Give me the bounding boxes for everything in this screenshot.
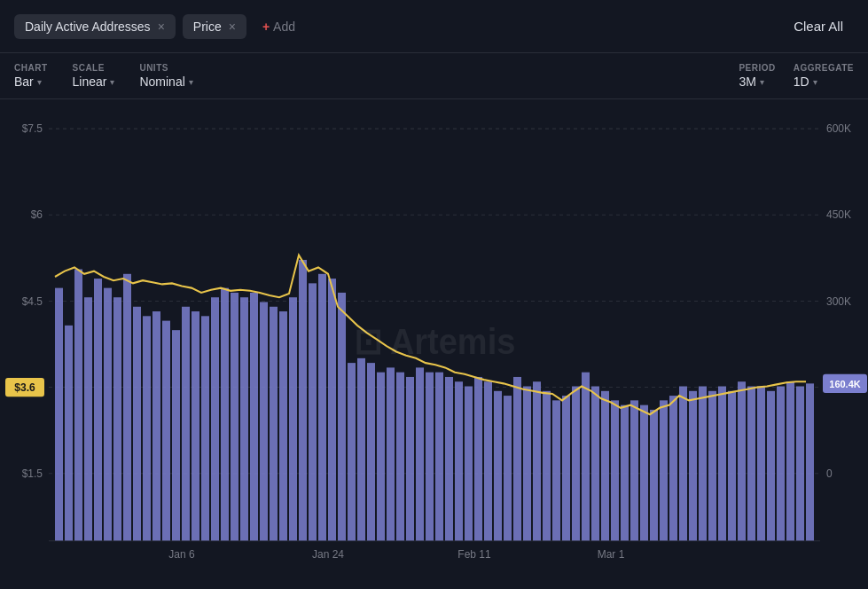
svg-rect-72 [591,387,599,541]
svg-text:⊡ Artemis: ⊡ Artemis [354,322,516,361]
svg-text:$1.5: $1.5 [22,467,43,480]
svg-text:Feb 11: Feb 11 [457,547,490,560]
svg-rect-87 [738,381,746,541]
svg-rect-27 [152,311,160,541]
svg-rect-80 [669,396,677,541]
svg-rect-22 [104,288,112,541]
svg-rect-24 [123,274,131,541]
svg-rect-91 [777,387,785,541]
controls-bar: CHART Bar ▾ SCALE Linear ▾ UNITS Nominal… [0,53,868,99]
units-control: UNITS Nominal ▾ [139,63,192,89]
svg-rect-60 [474,377,482,541]
svg-rect-78 [650,410,658,541]
svg-rect-37 [250,293,258,541]
svg-rect-89 [757,387,765,541]
svg-rect-85 [718,387,726,541]
chart-label: CHART [14,63,48,73]
svg-text:$3.6: $3.6 [14,381,35,394]
clear-all-button[interactable]: Clear All [783,13,854,39]
chart-chevron-icon: ▾ [37,77,42,87]
svg-rect-63 [504,396,512,541]
svg-rect-82 [689,391,697,541]
svg-rect-25 [133,307,141,541]
svg-rect-46 [338,293,346,541]
svg-rect-68 [552,400,560,540]
svg-rect-56 [435,373,443,541]
svg-rect-54 [416,367,424,540]
svg-rect-86 [728,391,736,541]
svg-rect-55 [426,373,434,541]
svg-rect-45 [328,279,336,541]
svg-text:0: 0 [826,467,833,480]
svg-rect-36 [240,297,248,541]
svg-rect-38 [260,302,268,540]
svg-text:Mar 1: Mar 1 [598,547,625,560]
chart-area[interactable]: $7.5 $6 $4.5 $3 $1.5 600K 450K 300K 150K… [0,99,868,589]
tag-daa-label: Daily Active Addresses [25,20,151,34]
svg-rect-70 [572,387,580,541]
svg-text:450K: 450K [826,208,852,221]
svg-rect-81 [679,387,687,541]
units-value: Nominal [139,75,184,89]
svg-text:$4.5: $4.5 [22,294,43,307]
svg-rect-88 [747,387,755,541]
svg-rect-31 [192,311,199,541]
main-chart: $7.5 $6 $4.5 $3 $1.5 600K 450K 300K 150K… [0,110,868,578]
svg-rect-57 [445,377,453,541]
svg-rect-66 [533,381,541,541]
chart-select[interactable]: Bar ▾ [14,75,48,89]
tag-price-close[interactable]: × [229,20,236,33]
aggregate-control: AGGREGATE 1D ▾ [794,63,854,89]
svg-rect-93 [796,387,804,541]
period-select[interactable]: 3M ▾ [739,75,775,89]
svg-rect-44 [318,274,326,541]
aggregate-label: AGGREGATE [794,63,854,73]
svg-rect-19 [74,270,82,541]
aggregate-select[interactable]: 1D ▾ [794,75,854,89]
svg-rect-41 [289,297,297,541]
svg-rect-73 [601,391,609,541]
svg-rect-43 [309,283,317,540]
period-chevron-icon: ▾ [760,77,764,87]
svg-text:600K: 600K [826,122,852,135]
svg-rect-21 [94,279,102,541]
svg-rect-79 [660,400,668,540]
svg-rect-51 [387,367,395,540]
svg-rect-76 [630,400,638,540]
aggregate-chevron-icon: ▾ [813,77,817,87]
svg-rect-29 [172,330,180,541]
svg-rect-62 [494,391,502,541]
scale-value: Linear [73,75,107,89]
units-select[interactable]: Nominal ▾ [139,75,192,89]
svg-rect-64 [513,377,521,541]
scale-control: SCALE Linear ▾ [73,63,115,89]
svg-rect-32 [201,316,209,540]
svg-rect-34 [221,288,229,541]
top-bar: Daily Active Addresses × Price × + Add C… [0,0,868,53]
svg-rect-65 [523,387,531,541]
svg-rect-69 [562,396,570,541]
tag-daily-active-addresses[interactable]: Daily Active Addresses × [14,14,176,39]
period-control: PERIOD 3M ▾ [739,63,775,89]
svg-rect-49 [367,363,375,541]
svg-rect-67 [543,391,551,541]
add-button[interactable]: + Add [254,14,304,39]
svg-rect-77 [640,405,648,541]
svg-rect-90 [767,391,775,541]
period-value: 3M [739,75,755,89]
tag-daa-close[interactable]: × [158,20,165,33]
svg-rect-18 [65,326,73,541]
controls-right: PERIOD 3M ▾ AGGREGATE 1D ▾ [739,63,854,89]
tag-price[interactable]: Price × [183,14,246,39]
aggregate-value: 1D [794,75,809,89]
svg-rect-28 [162,321,170,541]
svg-rect-74 [611,400,619,540]
svg-rect-42 [299,260,307,541]
svg-rect-40 [279,311,287,541]
svg-rect-92 [786,381,794,541]
chart-value: Bar [14,75,34,89]
bars [55,260,814,541]
scale-select[interactable]: Linear ▾ [73,75,115,89]
svg-text:$6: $6 [31,208,43,221]
svg-rect-33 [211,297,219,541]
